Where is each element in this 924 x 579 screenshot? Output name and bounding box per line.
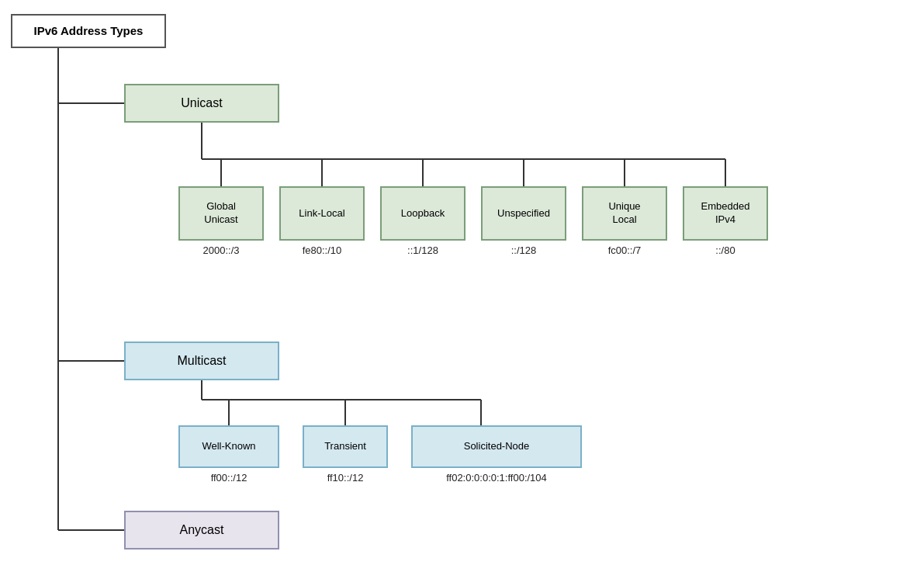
global-unicast-addr: 2000::/3 [178,244,264,256]
unique-local-addr-text: fc00::/7 [608,244,642,256]
embedded-ipv4-addr-text: ::/80 [715,244,735,256]
unique-local-addr: fc00::/7 [582,244,667,256]
unique-local-node: UniqueLocal [582,186,667,241]
unspecified-addr: ::/128 [481,244,566,256]
anycast-label: Anycast [180,522,224,539]
global-unicast-addr-text: 2000::/3 [203,244,240,256]
unique-local-label: UniqueLocal [608,200,640,227]
solicited-node-node: Solicited-Node [411,425,582,468]
unspecified-label: Unspecified [497,207,550,220]
transient-node: Transient [303,425,388,468]
link-local-node: Link-Local [279,186,365,241]
global-unicast-label: GlobalUnicast [204,200,237,227]
embedded-ipv4-node: EmbeddedIPv4 [683,186,768,241]
transient-addr-text: ff10::/12 [327,472,364,484]
link-local-addr: fe80::/10 [279,244,365,256]
well-known-addr-text: ff00::/12 [211,472,247,484]
unspecified-node: Unspecified [481,186,566,241]
multicast-label: Multicast [177,353,226,369]
transient-addr: ff10::/12 [303,472,388,484]
embedded-ipv4-addr: ::/80 [683,244,768,256]
embedded-ipv4-label: EmbeddedIPv4 [701,200,750,227]
anycast-node: Anycast [124,511,279,550]
unspecified-addr-text: ::/128 [511,244,537,256]
unicast-label: Unicast [181,95,222,112]
solicited-node-label: Solicited-Node [464,440,530,453]
solicited-node-addr-text: ff02:0:0:0:0:1:ff00:/104 [446,472,547,484]
global-unicast-node: GlobalUnicast [178,186,264,241]
loopback-node: Loopback [380,186,465,241]
link-local-label: Link-Local [299,207,344,220]
well-known-addr: ff00::/12 [178,472,279,484]
loopback-label: Loopback [401,207,445,220]
loopback-addr: ::1/128 [380,244,465,256]
transient-label: Transient [324,440,366,453]
multicast-node: Multicast [124,342,279,380]
root-node: IPv6 Address Types [11,14,166,48]
link-local-addr-text: fe80::/10 [303,244,342,256]
unicast-node: Unicast [124,84,279,123]
well-known-node: Well-Known [178,425,279,468]
well-known-label: Well-Known [202,440,255,453]
loopback-addr-text: ::1/128 [407,244,438,256]
root-label: IPv6 Address Types [34,23,144,39]
solicited-node-addr: ff02:0:0:0:0:1:ff00:/104 [411,472,582,484]
